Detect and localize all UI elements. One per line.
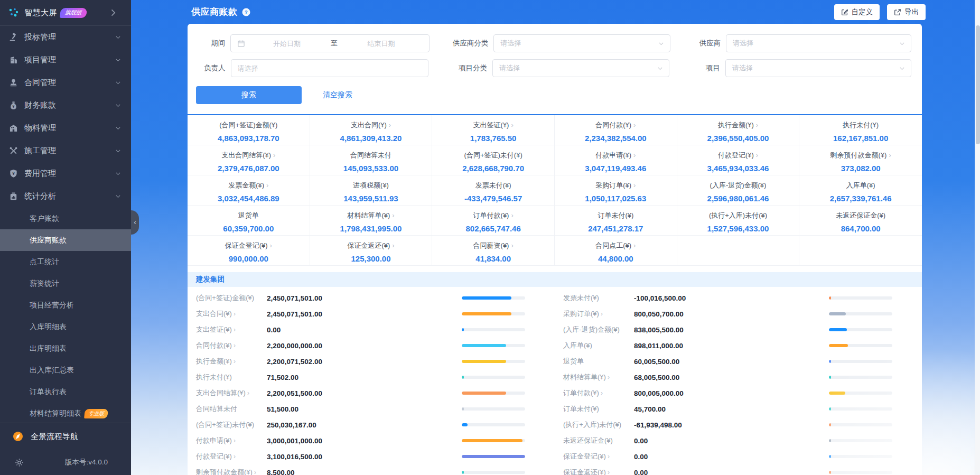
detail-row-value: 2,450,071,501.00 <box>267 310 462 318</box>
gear-icon[interactable] <box>15 458 24 467</box>
summary-card-label[interactable]: 付款登记(¥)› <box>677 151 799 160</box>
summary-card-label[interactable]: 剩余预付款金额(¥)› <box>799 151 922 160</box>
sidebar-menu-item[interactable]: ¥ 费用管理 <box>0 162 131 185</box>
sidebar-submenu-item[interactable]: 供应商账款 <box>0 229 131 251</box>
sidebar-menu-item[interactable]: 施工管理 <box>0 139 131 162</box>
sidebar-submenu-item[interactable]: 项目经营分析 <box>0 294 131 316</box>
detail-progress-bar <box>462 407 525 411</box>
date-separator: 至 <box>329 39 340 48</box>
summary-grid: (合同+签证)金额(¥) 4,863,093,178.70 支出合同(¥)› 4… <box>188 114 922 266</box>
sidebar-menu-item[interactable]: ¥ 财务账款 <box>0 94 131 117</box>
detail-row-label[interactable]: 采购订单(¥)› <box>555 309 634 319</box>
sidebar-submenu-item[interactable]: 薪资统计 <box>0 273 131 294</box>
detail-label-text: 退货单 <box>563 357 584 365</box>
manager-label: 负责人 <box>196 63 226 73</box>
summary-card-label: 执行未付(¥) <box>799 120 922 130</box>
sidebar-item-smart-screen[interactable]: 智慧大屏 旗舰版 <box>0 0 131 26</box>
scrollbar-thumb[interactable] <box>976 25 980 144</box>
detail-row: 付款登记(¥)› 3,100,016,500.00 <box>188 449 555 464</box>
sidebar-menu-item[interactable]: 统计分析 <box>0 185 131 208</box>
detail-row-label[interactable]: 保证金返还(¥)› <box>555 468 634 475</box>
summary-card-label[interactable]: 执行金额(¥)› <box>677 120 799 130</box>
submenu-item-label: 点工统计 <box>30 257 59 267</box>
manager-input[interactable] <box>238 64 422 72</box>
summary-card-label[interactable]: 订单付款(¥)› <box>432 211 554 220</box>
project-category-placeholder: 请选择 <box>499 63 657 73</box>
link-arrow-icon: › <box>756 121 758 129</box>
detail-row-label[interactable]: 保证金登记(¥)› <box>555 452 634 461</box>
export-button[interactable]: 导出 <box>887 4 926 20</box>
summary-card-label: 未返还保证金(¥) <box>799 211 922 220</box>
detail-progress-fill <box>462 423 468 426</box>
stamp-icon <box>9 78 18 87</box>
project-placeholder: 请选择 <box>732 63 899 73</box>
detail-row-label[interactable]: 剩余预付款金额(¥)› <box>188 468 267 475</box>
clear-search-link[interactable]: 清空搜索 <box>323 90 352 100</box>
summary-card-label[interactable]: 采购订单(¥)› <box>555 181 677 190</box>
detail-row-value: 71,502.00 <box>267 374 462 381</box>
summary-card-label[interactable]: 保证金返还(¥)› <box>310 241 432 250</box>
summary-card-value: 41,834.00 <box>432 254 554 263</box>
supplier-category-select[interactable]: 请选择 <box>493 34 670 52</box>
detail-row-label[interactable]: 材料结算单(¥)› <box>555 372 634 382</box>
detail-progress-bar <box>462 455 525 458</box>
detail-row-label[interactable]: 付款登记(¥)› <box>188 452 267 461</box>
sidebar-menu-item[interactable]: 投标管理 <box>0 26 131 49</box>
summary-card-label[interactable]: 支出合同(¥)› <box>310 120 432 130</box>
manager-select[interactable] <box>231 59 428 77</box>
detail-row-label[interactable]: 订单付款(¥)› <box>555 388 634 398</box>
summary-card-label[interactable]: 发票金额(¥)› <box>188 181 310 190</box>
end-date-input[interactable] <box>340 40 423 48</box>
detail-column-right: 发票未付(¥) -100,016,500.00 采购订单(¥)› 800,050… <box>555 290 922 475</box>
start-date-input[interactable] <box>245 40 329 48</box>
sidebar-item-panorama-nav[interactable]: 全景流程导航 <box>0 423 131 450</box>
summary-card-label[interactable]: 支出签证(¥)› <box>432 120 554 130</box>
summary-card: 合同点工(¥)› 44,800.00 <box>555 236 677 266</box>
detail-row-label[interactable]: 付款申请(¥)› <box>188 436 267 445</box>
sidebar-menu-item[interactable]: 项目管理 <box>0 49 131 71</box>
sidebar-submenu-item[interactable]: 点工统计 <box>0 251 131 273</box>
detail-row-value: 250,030,167.00 <box>267 421 462 429</box>
summary-card-value: 2,234,382,554.00 <box>555 134 677 143</box>
date-range-picker[interactable]: 至 <box>230 34 430 52</box>
filter-form: 期间 至 供应商分类 请选择 供应商 请选择 <box>188 24 922 104</box>
menu-item-label: 统计分析 <box>24 191 115 201</box>
project-select[interactable]: 请选择 <box>725 59 911 77</box>
detail-row-label[interactable]: 支出签证(¥)› <box>188 325 267 334</box>
summary-card-label[interactable]: 材料结算单(¥)› <box>310 211 432 220</box>
sidebar-submenu-item[interactable]: 客户账款 <box>0 208 131 229</box>
detail-row-label[interactable]: 支出合同结算(¥)› <box>188 388 267 398</box>
sidebar-menu-item[interactable]: 物料管理 <box>0 117 131 139</box>
sidebar-submenu-item[interactable]: 材料结算明细表 专业版 <box>0 403 131 424</box>
summary-card-label[interactable]: 付款申请(¥)› <box>555 151 677 160</box>
detail-row-label[interactable]: 执行金额(¥)› <box>188 357 267 366</box>
summary-card-label[interactable]: 支出合同结算(¥)› <box>188 151 310 160</box>
summary-card-label[interactable]: 合同点工(¥)› <box>555 241 677 250</box>
link-arrow-icon: › <box>633 121 636 129</box>
header-actions: 自定义 导出 <box>834 4 926 20</box>
summary-card-label[interactable]: 合同付款(¥)› <box>555 120 677 130</box>
detail-row-label[interactable]: 合同付款(¥)› <box>188 341 267 350</box>
detail-row: (执行+入库)未付(¥) -61,939,498.00 <box>555 417 922 433</box>
project-category-select[interactable]: 请选择 <box>492 59 669 77</box>
summary-card-label: 入库单(¥) <box>799 181 922 190</box>
sidebar-submenu-item[interactable]: 订单执行表 <box>0 381 131 403</box>
sidebar-submenu-item[interactable]: 出库明细表 <box>0 338 131 359</box>
summary-card-value: 247,451,278.17 <box>555 224 677 233</box>
detail-progress-fill <box>829 439 831 442</box>
search-button[interactable]: 搜索 <box>196 86 302 104</box>
detail-progress-fill <box>462 312 511 315</box>
summary-card-label[interactable]: 保证金登记(¥)› <box>188 241 310 250</box>
help-icon[interactable]: ? <box>242 8 250 16</box>
detail-progress-bar <box>462 376 525 379</box>
summary-card-label[interactable]: 合同薪资(¥)› <box>432 241 554 250</box>
sidebar-submenu-item[interactable]: 入库明细表 <box>0 316 131 338</box>
supplier-select[interactable]: 请选择 <box>726 34 911 52</box>
sidebar-menu-item[interactable]: 合同管理 <box>0 71 131 94</box>
sidebar-submenu-item[interactable]: 出入库汇总表 <box>0 359 131 381</box>
customize-button[interactable]: 自定义 <box>834 4 880 20</box>
summary-label-text: 付款申请(¥) <box>595 151 631 159</box>
detail-row-label[interactable]: 支出合同(¥)› <box>188 309 267 319</box>
summary-card: 执行未付(¥) 162,167,851.00 <box>799 115 922 145</box>
shield-icon: ¥ <box>9 169 18 178</box>
